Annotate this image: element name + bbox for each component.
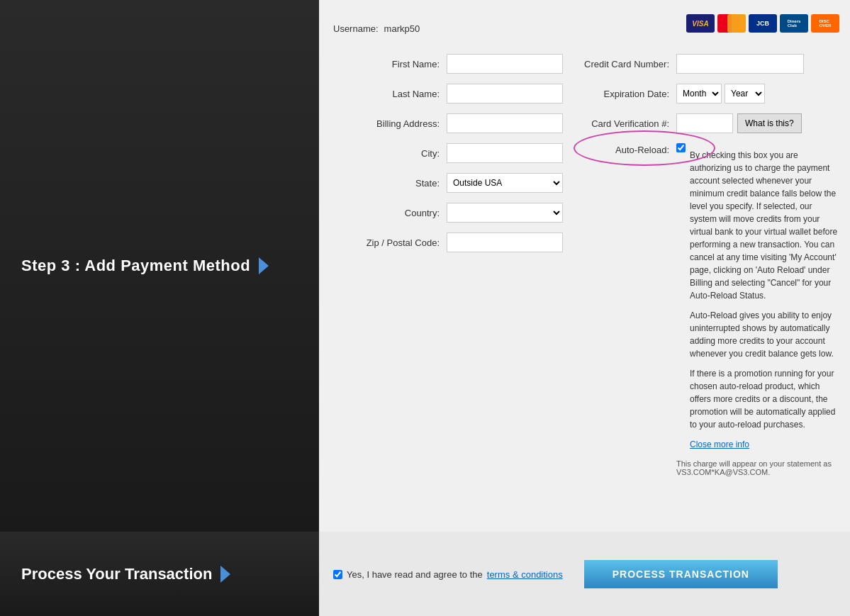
first-name-row: First Name: <box>333 54 563 74</box>
expiration-row: Expiration Date: Month 010203 040506 070… <box>584 84 839 103</box>
cvv-input[interactable] <box>676 113 733 133</box>
year-select[interactable]: Year 202420252026 202720282029 2030 <box>725 84 765 103</box>
last-name-label: Last Name: <box>333 89 447 99</box>
zip-label: Zip / Postal Code: <box>333 237 447 248</box>
cvv-row: Card Verification #: What is this? <box>584 113 839 133</box>
process-step-wrapper: Process Your Transaction <box>21 565 230 583</box>
terms-agree-text: Yes, I have read and agree to the <box>347 569 483 580</box>
cc-number-label: Credit Card Number: <box>584 59 676 69</box>
city-row: City: <box>333 143 563 163</box>
cvv-label: Card Verification #: <box>584 118 676 129</box>
auto-reload-info: By checking this box you are authorizing… <box>690 149 839 451</box>
jcb-logo: JCB <box>749 14 777 33</box>
billing-address-input[interactable] <box>447 113 563 133</box>
state-label: State: <box>333 178 447 189</box>
top-section: Step 3 : Add Payment Method Username: ma… <box>0 0 850 532</box>
zip-row: Zip / Postal Code: <box>333 233 563 252</box>
last-name-row: Last Name: <box>333 84 563 103</box>
close-more-info-link[interactable]: Close more info <box>690 439 749 449</box>
mastercard-logo <box>717 14 746 33</box>
bottom-right: Yes, I have read and agree to the terms … <box>319 532 850 616</box>
last-name-input[interactable] <box>447 84 563 103</box>
auto-reload-desc2: Auto-Reload gives you ability to enjoy u… <box>690 309 839 360</box>
cc-number-row: Credit Card Number: <box>584 54 839 74</box>
country-select[interactable]: United States Canada United Kingdom <box>447 203 563 223</box>
first-name-input[interactable] <box>447 54 563 74</box>
zip-input[interactable] <box>447 233 563 252</box>
diners-logo: DinersClub <box>780 14 808 33</box>
month-select[interactable]: Month 010203 040506 070809 101112 <box>676 84 722 103</box>
left-sidebar: Step 3 : Add Payment Method <box>0 0 319 532</box>
what-is-this-button[interactable]: What is this? <box>737 113 802 133</box>
auto-reload-label-row: Auto-Reload: By checking this box you ar… <box>584 143 839 451</box>
auto-reload-checkbox-row: By checking this box you are authorizing… <box>676 143 839 451</box>
bottom-section: Process Your Transaction Yes, I have rea… <box>0 532 850 616</box>
discover-logo: DISCOVER <box>811 14 839 33</box>
step3-arrow <box>259 257 269 274</box>
username-row: Username: markp50 VISA JCB DinersClub DI… <box>333 14 839 43</box>
city-label: City: <box>333 148 447 159</box>
username-value: markp50 <box>384 23 420 34</box>
auto-reload-content: By checking this box you are authorizing… <box>676 143 839 451</box>
state-select[interactable]: Outside USA AL AK CA FL NY TX <box>447 173 563 193</box>
billing-address-label: Billing Address: <box>333 118 447 129</box>
terms-checkbox[interactable] <box>333 570 342 579</box>
form-area: First Name: Last Name: Billing Address: … <box>333 54 839 476</box>
country-row: Country: United States Canada United Kin… <box>333 203 563 223</box>
first-name-label: First Name: <box>333 59 447 69</box>
process-step-label: Process Your Transaction <box>21 565 212 583</box>
left-form: First Name: Last Name: Billing Address: … <box>333 54 563 476</box>
bottom-left-sidebar: Process Your Transaction <box>0 532 319 616</box>
cc-number-input[interactable] <box>676 54 804 74</box>
page-wrapper: Step 3 : Add Payment Method Username: ma… <box>0 0 850 616</box>
expiry-selects: Month 010203 040506 070809 101112 Year 2… <box>676 84 765 103</box>
statement-text: This charge will appear on your statemen… <box>676 459 839 476</box>
state-row: State: Outside USA AL AK CA FL NY TX <box>333 173 563 193</box>
country-label: Country: <box>333 208 447 218</box>
auto-reload-label: Auto-Reload: <box>584 143 676 155</box>
username-label: Username: <box>333 23 379 34</box>
cvv-section: What is this? <box>676 113 802 133</box>
card-logos: VISA JCB DinersClub DISCOVER <box>686 14 839 33</box>
username-section: Username: markp50 <box>333 23 420 34</box>
city-input[interactable] <box>447 143 563 163</box>
billing-address-row: Billing Address: <box>333 113 563 133</box>
auto-reload-desc3: If there is a promotion running for your… <box>690 367 839 431</box>
auto-reload-section: Auto-Reload: By checking this box you ar… <box>584 143 839 476</box>
process-transaction-button[interactable]: PROCESS TRANSACTION <box>584 560 778 588</box>
right-content: Username: markp50 VISA JCB DinersClub DI… <box>319 0 850 532</box>
right-form: Credit Card Number: Expiration Date: Mon… <box>584 54 839 476</box>
auto-reload-checkbox[interactable] <box>676 143 686 152</box>
visa-logo: VISA <box>686 14 715 33</box>
auto-reload-desc1: By checking this box you are authorizing… <box>690 149 839 302</box>
expiration-label: Expiration Date: <box>584 89 676 99</box>
process-step-arrow <box>220 566 230 583</box>
terms-row: Yes, I have read and agree to the terms … <box>333 569 563 580</box>
step3-text: Step 3 : Add Payment Method <box>21 257 250 275</box>
step3-label: Step 3 : Add Payment Method <box>21 257 269 275</box>
terms-link[interactable]: terms & conditions <box>487 569 563 580</box>
